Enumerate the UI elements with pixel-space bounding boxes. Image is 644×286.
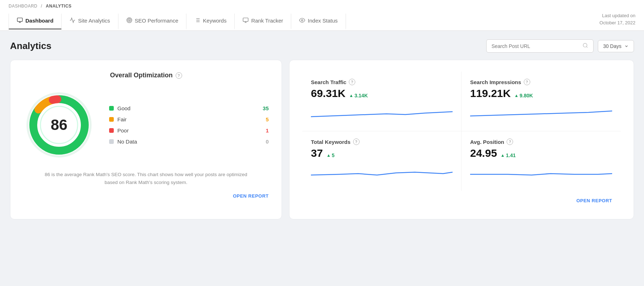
donut-chart: 86	[23, 89, 95, 161]
sparkline-search-impressions	[470, 104, 612, 121]
tab-rank-tracker-label: Rank Tracker	[251, 18, 283, 24]
legend-item-poor: Poor 1	[109, 127, 269, 134]
legend: Good 35 Fair 5 Poor 1 No Data 0	[109, 105, 269, 145]
metric-avg-position-value: 24.95	[470, 147, 497, 159]
tabs-row: Dashboard Site Analytics SEO Performance…	[9, 12, 635, 30]
optimization-title-text: Overall Optimization	[110, 72, 172, 79]
metric-total-keywords-value: 37	[311, 147, 323, 159]
metric-search-impressions-value: 119.21K	[470, 87, 511, 100]
avg-position-help-icon[interactable]: ?	[507, 139, 513, 145]
metric-avg-position-value-row: 24.95 ▲ 1.41	[470, 147, 612, 159]
tab-rank-tracker[interactable]: Rank Tracker	[235, 14, 291, 29]
last-updated: Last updated on October 17, 2022	[600, 12, 635, 30]
last-updated-label: Last updated on	[602, 13, 635, 18]
legend-value-good: 35	[263, 105, 269, 111]
right-card-footer: OPEN REPORT	[302, 191, 621, 209]
search-impressions-help-icon[interactable]: ?	[524, 79, 530, 85]
svg-point-3	[129, 20, 130, 21]
legend-item-nodata: No Data 0	[109, 139, 269, 145]
breadcrumb: DASHBOARD / ANALYTICS	[9, 4, 635, 9]
tab-dashboard[interactable]: Dashboard	[9, 14, 62, 29]
metric-search-impressions-label: Search Impressions ?	[470, 79, 612, 85]
sparkline-search-traffic	[311, 104, 453, 121]
tab-dashboard-label: Dashboard	[25, 18, 53, 24]
search-icon	[582, 43, 588, 49]
breadcrumb-separator: /	[41, 4, 42, 9]
tab-site-analytics-label: Site Analytics	[78, 18, 110, 24]
target-icon	[126, 17, 132, 24]
metric-total-keywords: Total Keywords ? 37 ▲ 5	[302, 131, 462, 191]
chart-icon	[69, 17, 75, 24]
search-input[interactable]	[492, 43, 580, 49]
svg-point-2	[128, 19, 131, 22]
legend-label-fair: Fair	[117, 116, 262, 122]
tabs: Dashboard Site Analytics SEO Performance…	[9, 14, 346, 29]
donut-score: 86	[51, 116, 68, 134]
last-updated-date: October 17, 2022	[600, 20, 635, 25]
metric-avg-position-label: Avg. Position ?	[470, 139, 612, 145]
legend-dot-nodata	[109, 139, 114, 144]
legend-dot-fair	[109, 117, 114, 122]
legend-value-fair: 5	[266, 116, 269, 122]
metric-total-keywords-label: Total Keywords ?	[311, 139, 453, 145]
metric-total-keywords-value-row: 37 ▲ 5	[311, 147, 453, 159]
page-title: Analytics	[10, 40, 52, 52]
legend-label-poor: Poor	[117, 127, 262, 134]
tab-keywords-label: Keywords	[203, 18, 226, 24]
breadcrumb-current: ANALYTICS	[46, 4, 72, 9]
metric-avg-position: Avg. Position ? 24.95 ▲ 1.41	[462, 131, 621, 191]
svg-line-13	[586, 47, 587, 48]
metric-total-keywords-delta: ▲ 5	[326, 152, 335, 158]
list-icon	[194, 17, 200, 24]
tab-index-status[interactable]: Index Status	[291, 14, 346, 29]
svg-point-12	[583, 43, 587, 47]
legend-item-good: Good 35	[109, 105, 269, 111]
metrics-card: Search Traffic ? 69.31K ▲ 3.14K Search I…	[289, 60, 634, 219]
legend-label-good: Good	[117, 105, 259, 111]
metric-search-traffic-value-row: 69.31K ▲ 3.14K	[311, 87, 453, 100]
optimization-card: Overall Optimization ?	[10, 60, 282, 219]
days-dropdown[interactable]: 30 Days	[598, 40, 634, 52]
legend-dot-poor	[109, 128, 114, 133]
tab-keywords[interactable]: Keywords	[186, 14, 235, 29]
monitor-icon	[17, 17, 23, 24]
up-arrow-icon: ▲	[349, 93, 353, 98]
optimization-help-icon[interactable]: ?	[176, 72, 182, 79]
metric-search-traffic-label: Search Traffic ?	[311, 79, 453, 85]
metric-search-traffic-value: 69.31K	[311, 87, 346, 100]
search-box[interactable]	[486, 39, 594, 53]
legend-value-nodata: 0	[266, 139, 269, 145]
days-dropdown-label: 30 Days	[603, 43, 621, 49]
breadcrumb-prefix: DASHBOARD	[9, 4, 38, 9]
total-keywords-help-icon[interactable]: ?	[353, 139, 360, 145]
legend-value-poor: 1	[266, 127, 269, 134]
legend-label-nodata: No Data	[117, 139, 262, 145]
header-controls: 30 Days	[486, 39, 634, 53]
up-arrow-icon-2: ▲	[514, 93, 518, 98]
top-bar: DASHBOARD / ANALYTICS Dashboard Site Ana…	[0, 0, 644, 31]
metric-search-traffic-delta: ▲ 3.14K	[349, 93, 368, 98]
metric-search-impressions: Search Impressions ? 119.21K ▲ 9.80K	[462, 72, 621, 131]
optimization-title: Overall Optimization ?	[23, 72, 269, 79]
tab-index-status-label: Index Status	[308, 18, 337, 24]
tab-site-analytics[interactable]: Site Analytics	[62, 14, 118, 29]
sparkline-total-keywords	[311, 164, 453, 181]
tab-seo-performance[interactable]: SEO Performance	[118, 14, 187, 29]
optimization-body: 86 Good 35 Fair 5 Poor 1	[23, 89, 269, 161]
monitor2-icon	[243, 17, 249, 24]
open-report-right-button[interactable]: OPEN REPORT	[311, 198, 612, 203]
up-arrow-icon-3: ▲	[326, 153, 331, 158]
chevron-down-icon	[624, 44, 629, 48]
tab-seo-performance-label: SEO Performance	[135, 18, 179, 24]
metric-search-impressions-value-row: 119.21K ▲ 9.80K	[470, 87, 612, 100]
header-row: Analytics 30 Days	[0, 31, 644, 60]
up-arrow-icon-4: ▲	[501, 153, 505, 158]
eye-icon	[299, 17, 305, 24]
metric-avg-position-delta: ▲ 1.41	[501, 152, 516, 158]
metric-search-traffic: Search Traffic ? 69.31K ▲ 3.14K	[302, 72, 462, 131]
search-traffic-help-icon[interactable]: ?	[349, 79, 355, 85]
optimization-description: 86 is the average Rank Math's SEO score.…	[42, 171, 250, 186]
sparkline-avg-position	[470, 164, 612, 181]
open-report-left-button[interactable]: OPEN REPORT	[23, 193, 269, 199]
svg-rect-10	[243, 18, 248, 21]
